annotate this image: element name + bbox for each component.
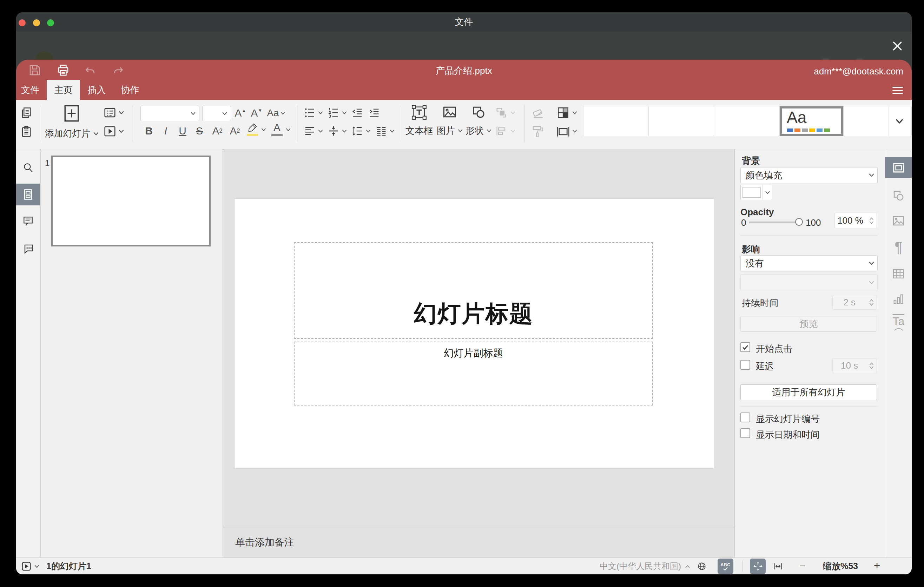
chevron-down-icon[interactable]: [572, 130, 577, 133]
font-name-select[interactable]: [140, 106, 200, 121]
preview-slideshow-button[interactable]: [103, 125, 124, 138]
add-slide-button[interactable]: 添加幻灯片: [45, 104, 98, 140]
fit-to-width-button[interactable]: [773, 561, 783, 571]
fill-color-picker[interactable]: [741, 185, 772, 200]
chevron-down-icon[interactable]: [390, 130, 394, 133]
copy-button[interactable]: [20, 106, 33, 119]
strikeout-button[interactable]: S: [192, 123, 206, 139]
chevron-down-icon[interactable]: [342, 130, 347, 133]
tab-collaboration[interactable]: 协作: [114, 80, 147, 100]
spellcheck-toggle[interactable]: ABC: [718, 559, 733, 574]
slide-size-button[interactable]: [556, 125, 570, 139]
zoom-out-button[interactable]: −: [795, 558, 810, 574]
chevron-down-icon[interactable]: [261, 128, 266, 131]
show-slide-number-checkbox[interactable]: [741, 412, 750, 422]
delay-input[interactable]: 10 s: [832, 358, 877, 373]
horizontal-align-button[interactable]: [303, 125, 316, 137]
search-icon[interactable]: [22, 162, 34, 174]
slide-settings-tab-active[interactable]: [885, 157, 912, 178]
decrease-font-button[interactable]: A▼: [249, 106, 264, 120]
paste-button[interactable]: [20, 125, 33, 138]
close-icon[interactable]: [890, 39, 904, 53]
theme-option[interactable]: [714, 106, 780, 136]
chevron-down-icon[interactable]: [318, 130, 323, 133]
increase-indent-button[interactable]: [368, 106, 381, 119]
zoom-in-button[interactable]: +: [869, 558, 885, 574]
line-spacing-button[interactable]: [351, 125, 364, 137]
clear-style-button[interactable]: [531, 106, 545, 120]
opacity-slider-track[interactable]: [749, 221, 802, 223]
bold-button[interactable]: B: [142, 123, 156, 139]
opacity-input[interactable]: 100 %: [834, 213, 877, 228]
image-settings-icon[interactable]: [892, 214, 905, 228]
color-scheme-button[interactable]: [556, 106, 570, 120]
underline-button[interactable]: U: [175, 123, 190, 139]
shape-settings-icon[interactable]: [892, 189, 905, 202]
theme-option[interactable]: [584, 106, 649, 136]
language-selector[interactable]: 中文(中华人民共和国): [578, 558, 681, 574]
chat-icon[interactable]: [22, 242, 35, 255]
fill-type-select[interactable]: 颜色填充: [741, 167, 878, 183]
left-icon-bar: [16, 149, 40, 557]
textbox-button[interactable]: 文本框: [404, 104, 434, 137]
chevron-down-icon[interactable]: [572, 111, 577, 114]
start-on-click-checkbox[interactable]: [741, 342, 750, 352]
tab-file[interactable]: 文件: [20, 80, 40, 100]
opacity-slider-handle[interactable]: [795, 218, 803, 226]
start-slideshow-button[interactable]: [21, 561, 31, 571]
change-case-button[interactable]: Aa: [266, 106, 286, 120]
chevron-down-icon[interactable]: [318, 111, 323, 114]
subtitle-placeholder[interactable]: 幻灯片副标题: [294, 341, 653, 406]
table-settings-icon[interactable]: [892, 267, 905, 280]
spinner-arrows: [866, 362, 876, 369]
subscript-button[interactable]: A2: [227, 123, 243, 139]
align-shape-button[interactable]: [495, 125, 508, 137]
notes-input[interactable]: 单击添加备注: [223, 528, 734, 557]
theme-option-selected[interactable]: Aa: [780, 106, 843, 136]
paragraph-settings-icon[interactable]: ¶: [885, 239, 912, 256]
spinner-arrows[interactable]: [866, 217, 876, 224]
textart-settings-icon[interactable]: Ta: [885, 315, 912, 331]
copy-style-button[interactable]: [531, 125, 545, 138]
show-date-time-checkbox[interactable]: [741, 428, 750, 438]
effect-variant-select[interactable]: [741, 274, 878, 291]
chevron-down-icon[interactable]: [286, 128, 291, 131]
slide-thumbnail[interactable]: [51, 155, 211, 246]
effect-select[interactable]: 没有: [741, 255, 878, 271]
chevron-down-icon[interactable]: [342, 111, 347, 114]
theme-option[interactable]: [649, 106, 714, 136]
chart-settings-icon[interactable]: [892, 293, 905, 305]
chevron-down-icon[interactable]: [35, 565, 39, 568]
arrange-shape-button[interactable]: [495, 106, 508, 119]
fit-to-slide-button[interactable]: [750, 559, 766, 574]
vertical-align-button[interactable]: [327, 125, 340, 137]
bullets-button[interactable]: [303, 106, 316, 119]
image-button[interactable]: 图片: [437, 104, 463, 137]
slide-layout-button[interactable]: [103, 106, 124, 119]
apply-to-all-slides-button[interactable]: 适用于所有幻灯片: [741, 384, 877, 400]
slide-canvas[interactable]: 幻灯片标题 幻灯片副标题: [234, 199, 714, 468]
tab-home[interactable]: 主页: [47, 80, 80, 100]
tab-insert[interactable]: 插入: [80, 80, 114, 100]
theme-option[interactable]: [843, 106, 889, 136]
delay-checkbox[interactable]: [741, 360, 750, 370]
increase-font-button[interactable]: A▲: [233, 106, 248, 120]
slides-panel-toggle-active[interactable]: [16, 184, 40, 205]
shape-button[interactable]: 形状: [465, 104, 492, 137]
italic-button[interactable]: I: [159, 123, 173, 139]
chevron-down-icon[interactable]: [366, 130, 371, 133]
menu-icon[interactable]: [893, 87, 903, 94]
columns-button[interactable]: [375, 125, 388, 137]
theme-gallery-expand-button[interactable]: [889, 106, 910, 136]
font-color-button[interactable]: A: [270, 122, 284, 136]
set-language-globe-icon[interactable]: [697, 561, 707, 571]
superscript-button[interactable]: A2: [209, 123, 225, 139]
duration-input[interactable]: 2 s: [832, 295, 877, 310]
comments-icon[interactable]: [22, 215, 34, 227]
highlight-color-button[interactable]: [245, 122, 260, 136]
preview-button[interactable]: 预览: [741, 316, 877, 332]
title-placeholder[interactable]: 幻灯片标题: [294, 242, 653, 339]
decrease-indent-button[interactable]: [351, 106, 364, 119]
font-size-select[interactable]: [202, 106, 231, 121]
numbering-button[interactable]: [327, 106, 340, 119]
